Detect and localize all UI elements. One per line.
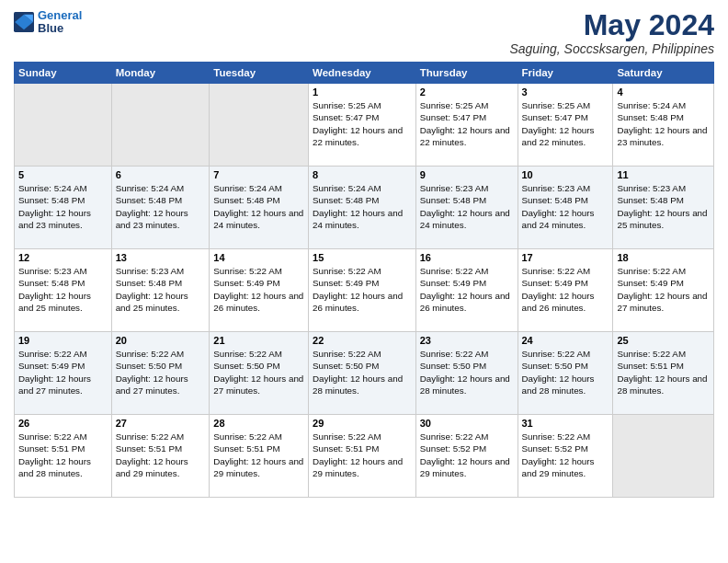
day-info: Sunrise: 5:24 AMSunset: 5:48 PMDaylight:… <box>116 182 206 231</box>
day-info: Sunrise: 5:24 AMSunset: 5:48 PMDaylight:… <box>313 182 412 231</box>
column-header-sunday: Sunday <box>15 63 112 84</box>
column-header-friday: Friday <box>518 63 613 84</box>
day-number: 11 <box>617 169 710 180</box>
column-header-tuesday: Tuesday <box>210 63 309 84</box>
day-info: Sunrise: 5:22 AMSunset: 5:49 PMDaylight:… <box>522 265 609 314</box>
calendar-cell: 20Sunrise: 5:22 AMSunset: 5:50 PMDayligh… <box>111 332 210 415</box>
calendar-cell <box>210 84 309 167</box>
day-number: 23 <box>420 335 514 346</box>
calendar-cell <box>613 415 714 498</box>
day-info: Sunrise: 5:22 AMSunset: 5:49 PMDaylight:… <box>213 265 304 314</box>
day-number: 9 <box>420 169 514 180</box>
calendar-cell: 18Sunrise: 5:22 AMSunset: 5:49 PMDayligh… <box>613 249 714 332</box>
calendar-cell: 8Sunrise: 5:24 AMSunset: 5:48 PMDaylight… <box>309 167 416 249</box>
day-info: Sunrise: 5:22 AMSunset: 5:49 PMDaylight:… <box>313 265 412 314</box>
calendar-week-row: 26Sunrise: 5:22 AMSunset: 5:51 PMDayligh… <box>15 415 714 498</box>
calendar-cell: 2Sunrise: 5:25 AMSunset: 5:47 PMDaylight… <box>415 84 518 167</box>
day-info: Sunrise: 5:23 AMSunset: 5:48 PMDaylight:… <box>116 265 206 314</box>
calendar-week-row: 1Sunrise: 5:25 AMSunset: 5:47 PMDaylight… <box>15 84 714 167</box>
day-info: Sunrise: 5:22 AMSunset: 5:51 PMDaylight:… <box>18 431 108 479</box>
calendar-cell: 28Sunrise: 5:22 AMSunset: 5:51 PMDayligh… <box>210 415 309 498</box>
day-number: 6 <box>116 169 206 180</box>
calendar-week-row: 5Sunrise: 5:24 AMSunset: 5:48 PMDaylight… <box>15 167 714 249</box>
calendar-cell: 21Sunrise: 5:22 AMSunset: 5:50 PMDayligh… <box>210 332 309 415</box>
calendar-cell: 12Sunrise: 5:23 AMSunset: 5:48 PMDayligh… <box>15 249 112 332</box>
header: General Blue May 2024 Saguing, Soccsksar… <box>14 9 714 56</box>
day-info: Sunrise: 5:22 AMSunset: 5:51 PMDaylight:… <box>213 431 304 479</box>
calendar-week-row: 12Sunrise: 5:23 AMSunset: 5:48 PMDayligh… <box>15 249 714 332</box>
logo-text: General Blue <box>38 9 82 36</box>
calendar-cell: 4Sunrise: 5:24 AMSunset: 5:48 PMDaylight… <box>613 84 714 167</box>
day-number: 30 <box>420 418 514 429</box>
day-number: 8 <box>313 169 412 180</box>
day-number: 26 <box>18 418 108 429</box>
calendar-cell <box>15 84 112 167</box>
day-info: Sunrise: 5:22 AMSunset: 5:50 PMDaylight:… <box>313 348 412 396</box>
calendar-cell: 27Sunrise: 5:22 AMSunset: 5:51 PMDayligh… <box>111 415 210 498</box>
calendar-table: SundayMondayTuesdayWednesdayThursdayFrid… <box>14 62 714 498</box>
day-number: 10 <box>522 169 609 180</box>
calendar-cell: 19Sunrise: 5:22 AMSunset: 5:49 PMDayligh… <box>15 332 112 415</box>
day-number: 4 <box>617 86 710 98</box>
day-info: Sunrise: 5:25 AMSunset: 5:47 PMDaylight:… <box>313 99 412 148</box>
day-number: 7 <box>213 169 304 180</box>
calendar-week-row: 19Sunrise: 5:22 AMSunset: 5:49 PMDayligh… <box>15 332 714 415</box>
day-number: 15 <box>313 252 412 263</box>
column-header-monday: Monday <box>111 63 210 84</box>
calendar-cell: 17Sunrise: 5:22 AMSunset: 5:49 PMDayligh… <box>518 249 613 332</box>
subtitle: Saguing, Soccsksargen, Philippines <box>509 41 714 56</box>
day-number: 20 <box>116 335 206 346</box>
calendar-cell: 3Sunrise: 5:25 AMSunset: 5:47 PMDaylight… <box>518 84 613 167</box>
day-info: Sunrise: 5:24 AMSunset: 5:48 PMDaylight:… <box>213 182 304 231</box>
day-number: 1 <box>313 86 412 98</box>
logo-line1: General <box>38 8 82 22</box>
day-number: 24 <box>522 335 609 346</box>
calendar-cell: 9Sunrise: 5:23 AMSunset: 5:48 PMDaylight… <box>415 167 518 249</box>
calendar-cell: 14Sunrise: 5:22 AMSunset: 5:49 PMDayligh… <box>210 249 309 332</box>
day-number: 18 <box>617 252 710 263</box>
day-info: Sunrise: 5:22 AMSunset: 5:51 PMDaylight:… <box>313 431 412 479</box>
day-info: Sunrise: 5:24 AMSunset: 5:48 PMDaylight:… <box>18 182 108 231</box>
day-number: 27 <box>116 418 206 429</box>
day-info: Sunrise: 5:22 AMSunset: 5:51 PMDaylight:… <box>116 431 206 479</box>
page: General Blue May 2024 Saguing, Soccsksar… <box>0 0 728 507</box>
day-info: Sunrise: 5:22 AMSunset: 5:50 PMDaylight:… <box>213 348 304 396</box>
day-info: Sunrise: 5:25 AMSunset: 5:47 PMDaylight:… <box>420 99 514 148</box>
calendar-cell: 10Sunrise: 5:23 AMSunset: 5:48 PMDayligh… <box>518 167 613 249</box>
logo-line2: Blue <box>38 22 82 35</box>
day-number: 14 <box>213 252 304 263</box>
calendar-cell: 5Sunrise: 5:24 AMSunset: 5:48 PMDaylight… <box>15 167 112 249</box>
title-block: May 2024 Saguing, Soccsksargen, Philippi… <box>509 9 714 56</box>
calendar-cell: 26Sunrise: 5:22 AMSunset: 5:51 PMDayligh… <box>15 415 112 498</box>
day-info: Sunrise: 5:22 AMSunset: 5:50 PMDaylight:… <box>116 348 206 396</box>
day-info: Sunrise: 5:22 AMSunset: 5:52 PMDaylight:… <box>420 431 514 479</box>
day-number: 16 <box>420 252 514 263</box>
calendar-cell: 22Sunrise: 5:22 AMSunset: 5:50 PMDayligh… <box>309 332 416 415</box>
logo-icon <box>14 12 34 32</box>
day-info: Sunrise: 5:23 AMSunset: 5:48 PMDaylight:… <box>420 182 514 231</box>
day-number: 13 <box>116 252 206 263</box>
calendar-cell: 24Sunrise: 5:22 AMSunset: 5:50 PMDayligh… <box>518 332 613 415</box>
table-header-row: SundayMondayTuesdayWednesdayThursdayFrid… <box>15 63 714 84</box>
calendar-cell: 23Sunrise: 5:22 AMSunset: 5:50 PMDayligh… <box>415 332 518 415</box>
day-info: Sunrise: 5:23 AMSunset: 5:48 PMDaylight:… <box>18 265 108 314</box>
day-number: 22 <box>313 335 412 346</box>
calendar-cell: 6Sunrise: 5:24 AMSunset: 5:48 PMDaylight… <box>111 167 210 249</box>
calendar-cell: 29Sunrise: 5:22 AMSunset: 5:51 PMDayligh… <box>309 415 416 498</box>
day-info: Sunrise: 5:22 AMSunset: 5:49 PMDaylight:… <box>18 348 108 396</box>
day-info: Sunrise: 5:22 AMSunset: 5:50 PMDaylight:… <box>522 348 609 396</box>
calendar-cell: 31Sunrise: 5:22 AMSunset: 5:52 PMDayligh… <box>518 415 613 498</box>
calendar-cell: 30Sunrise: 5:22 AMSunset: 5:52 PMDayligh… <box>415 415 518 498</box>
day-info: Sunrise: 5:23 AMSunset: 5:48 PMDaylight:… <box>617 182 710 231</box>
column-header-saturday: Saturday <box>613 63 714 84</box>
calendar-cell: 25Sunrise: 5:22 AMSunset: 5:51 PMDayligh… <box>613 332 714 415</box>
day-number: 12 <box>18 252 108 263</box>
day-number: 3 <box>522 86 609 98</box>
logo: General Blue <box>14 9 82 36</box>
day-number: 17 <box>522 252 609 263</box>
day-number: 25 <box>617 335 710 346</box>
day-number: 21 <box>213 335 304 346</box>
day-info: Sunrise: 5:25 AMSunset: 5:47 PMDaylight:… <box>522 99 609 148</box>
day-number: 31 <box>522 418 609 429</box>
day-number: 19 <box>18 335 108 346</box>
